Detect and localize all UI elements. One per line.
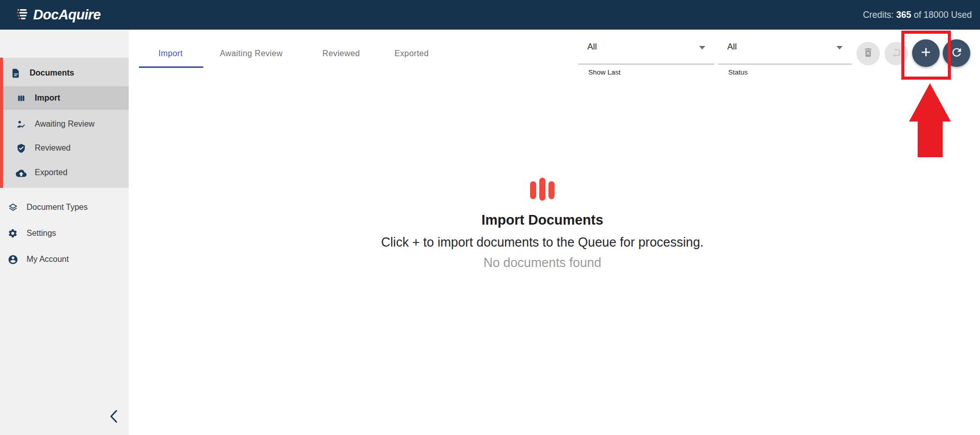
sidebar-item-label: Settings xyxy=(27,229,56,238)
sidebar-item-label: Exported xyxy=(35,168,67,177)
dropdown-underline xyxy=(578,64,714,64)
trash-x-icon xyxy=(863,47,874,60)
tab-exported[interactable]: Exported xyxy=(394,46,428,61)
show-last-value: All xyxy=(587,42,597,52)
chevron-left-icon xyxy=(109,409,118,425)
repeat-loop-icon xyxy=(890,46,902,61)
layers-icon xyxy=(7,202,18,213)
sidebar-item-document-types[interactable]: Document Types xyxy=(0,196,129,219)
sidebar-documents-group: Documents Import Await xyxy=(0,58,129,188)
annotation-arrow-up-icon xyxy=(908,82,952,158)
documents-icon xyxy=(10,67,21,79)
app-header: DocAquire Credits: 365 of 18000 Used xyxy=(0,0,980,30)
docacquire-logo[interactable]: DocAquire xyxy=(16,7,101,23)
sidebar-item-awaiting-review[interactable]: Awaiting Review xyxy=(3,112,129,136)
cloud-upload-icon xyxy=(15,167,27,178)
sidebar-item-label: Reviewed xyxy=(35,143,70,153)
empty-state-instructions: Click + to import documents to the Queue… xyxy=(129,235,956,250)
person-check-icon xyxy=(15,118,27,130)
sidebar-collapse-button[interactable] xyxy=(105,408,122,426)
empty-state-title: Import Documents xyxy=(129,212,956,228)
credits-label: Credits: xyxy=(863,10,894,20)
sidebar-item-settings[interactable]: Settings xyxy=(0,222,129,245)
tab-awaiting-review[interactable]: Awaiting Review xyxy=(220,46,282,61)
status-value: All xyxy=(727,42,737,52)
delete-button[interactable] xyxy=(856,42,880,65)
logo-mark-icon xyxy=(16,7,31,23)
sidebar-item-exported[interactable]: Exported xyxy=(3,161,129,184)
status-label: Status xyxy=(728,68,748,76)
brand-name: DocAquire xyxy=(33,7,101,23)
credits-total-text: of 18000 Used xyxy=(914,10,972,20)
refresh-button[interactable] xyxy=(943,39,970,67)
sidebar-item-import[interactable]: Import xyxy=(3,86,129,110)
credits-counter: Credits: 365 of 18000 Used xyxy=(863,0,972,30)
credits-used-value: 365 xyxy=(896,10,911,20)
sidebar-item-my-account[interactable]: My Account xyxy=(0,248,129,271)
refresh-icon xyxy=(950,46,963,61)
sidebar-nav: Dashboard Documents Import xyxy=(0,30,129,435)
sidebar-item-label: Document Types xyxy=(27,203,88,212)
status-dropdown[interactable]: All Status xyxy=(718,36,852,77)
gear-icon xyxy=(7,228,18,239)
plus-icon xyxy=(919,45,933,61)
empty-state: Import Documents Click + to import docum… xyxy=(129,178,956,270)
caret-down-icon xyxy=(836,46,843,50)
import-bars-large-icon xyxy=(530,194,555,203)
active-tab-indicator xyxy=(139,66,203,68)
docacquire-app: DocAquire Credits: 365 of 18000 Used Das… xyxy=(0,0,980,435)
empty-state-no-documents: No documents found xyxy=(129,255,956,270)
sidebar-item-documents[interactable]: Documents xyxy=(3,61,129,85)
sidebar-item-label: My Account xyxy=(27,255,69,264)
caret-down-icon xyxy=(699,46,705,50)
show-last-label: Show Last xyxy=(588,68,620,76)
sidebar-item-label: Import xyxy=(35,93,60,103)
requeue-button[interactable] xyxy=(885,42,908,65)
tab-reviewed[interactable]: Reviewed xyxy=(322,46,360,61)
tab-import[interactable]: Import xyxy=(158,46,183,61)
add-documents-button[interactable] xyxy=(912,39,940,67)
sidebar-item-label: Documents xyxy=(30,68,74,78)
shield-check-icon xyxy=(15,142,27,154)
sidebar-item-label: Awaiting Review xyxy=(35,119,94,129)
dropdown-underline xyxy=(718,64,852,64)
sidebar-item-reviewed[interactable]: Reviewed xyxy=(3,136,129,160)
person-circle-icon xyxy=(7,254,18,265)
show-last-dropdown[interactable]: All Show Last xyxy=(578,36,714,77)
import-bars-icon xyxy=(15,92,27,104)
